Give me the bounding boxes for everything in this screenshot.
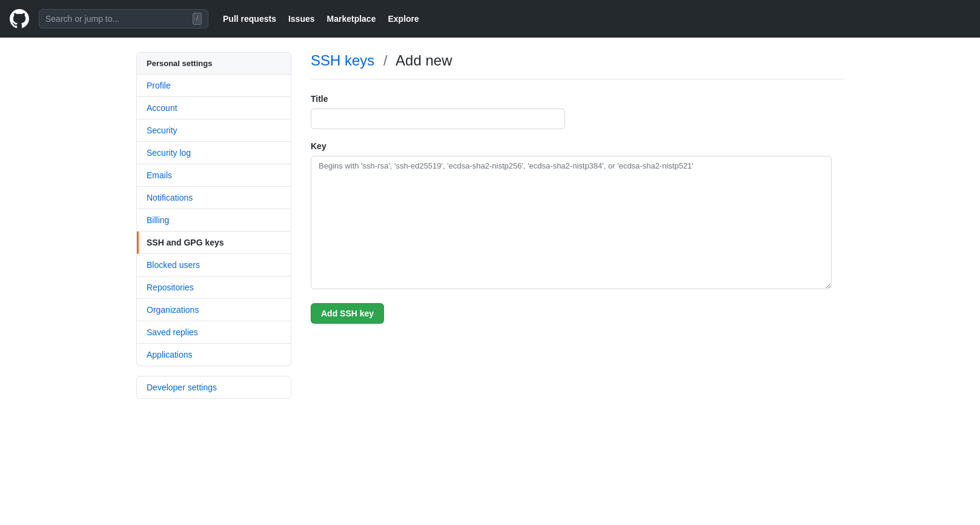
add-ssh-key-button[interactable]: Add SSH key [311,303,384,324]
github-logo[interactable] [10,9,29,28]
nav-pull-requests[interactable]: Pull requests [223,14,276,24]
key-label: Key [311,141,844,151]
page-subtitle: Add new [396,52,452,69]
sidebar-item-security-log[interactable]: Security log [137,142,291,164]
header-nav: Pull requests Issues Marketplace Explore [223,14,419,24]
nav-explore[interactable]: Explore [388,14,419,24]
sidebar-item-ssh-gpg-keys[interactable]: SSH and GPG keys [137,232,291,254]
nav-marketplace[interactable]: Marketplace [327,14,376,24]
sidebar-item-security[interactable]: Security [137,119,291,142]
title-input[interactable] [311,109,565,129]
personal-settings-section: Personal settings Profile Account Securi… [136,52,291,366]
title-label: Title [311,94,844,104]
sidebar-item-blocked-users[interactable]: Blocked users [137,254,291,276]
breadcrumb-separator: / [383,52,388,69]
sidebar-item-notifications[interactable]: Notifications [137,187,291,209]
sidebar-item-repositories[interactable]: Repositories [137,276,291,299]
search-slash-icon: / [193,13,202,24]
ssh-keys-link[interactable]: SSH keys [311,52,374,69]
key-form-group: Key [311,141,844,291]
developer-settings-section: Developer settings [136,376,291,399]
sidebar-item-developer-settings[interactable]: Developer settings [137,376,291,398]
sidebar-item-applications[interactable]: Applications [137,344,291,366]
sidebar: Personal settings Profile Account Securi… [136,52,291,409]
sidebar-item-profile[interactable]: Profile [137,75,291,97]
page-content: SSH keys / Add new Title Key Add SSH key [291,52,844,409]
form-actions: Add SSH key [311,303,844,324]
sidebar-item-organizations[interactable]: Organizations [137,299,291,321]
sidebar-item-account[interactable]: Account [137,97,291,119]
page-header: SSH keys / Add new [311,52,844,79]
title-form-group: Title [311,94,844,129]
sidebar-item-emails[interactable]: Emails [137,164,291,187]
sidebar-item-saved-replies[interactable]: Saved replies [137,321,291,344]
main-container: Personal settings Profile Account Securi… [127,38,853,423]
sidebar-item-billing[interactable]: Billing [137,209,291,232]
nav-issues[interactable]: Issues [288,14,315,24]
header: / Pull requests Issues Marketplace Explo… [0,0,980,38]
search-input[interactable] [45,14,188,24]
sidebar-section-title: Personal settings [137,53,291,75]
search-bar[interactable]: / [39,9,208,28]
page-title: SSH keys / Add new [311,52,452,69]
key-textarea[interactable] [311,156,832,289]
